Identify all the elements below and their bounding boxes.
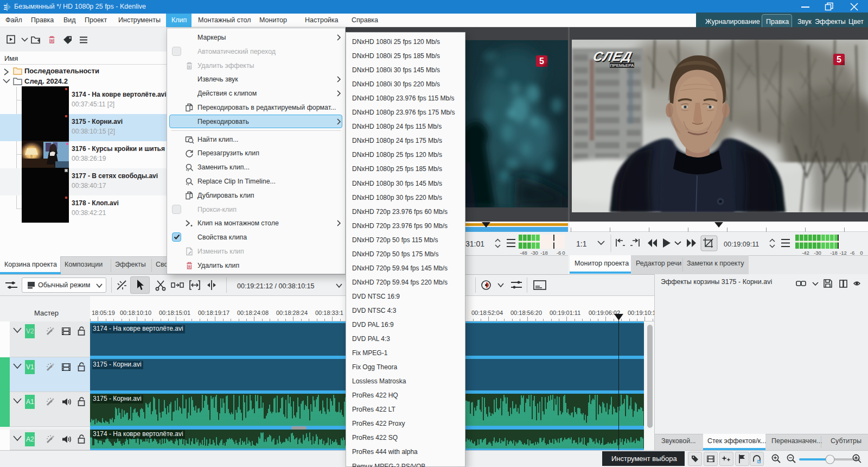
svg-text:СЛЕД: СЛЕД: [592, 49, 633, 64]
svg-text:ПРЕМЬЕРА: ПРЕМЬЕРА: [610, 63, 634, 68]
svg-text:5: 5: [837, 55, 841, 64]
svg-text:5: 5: [539, 56, 544, 66]
